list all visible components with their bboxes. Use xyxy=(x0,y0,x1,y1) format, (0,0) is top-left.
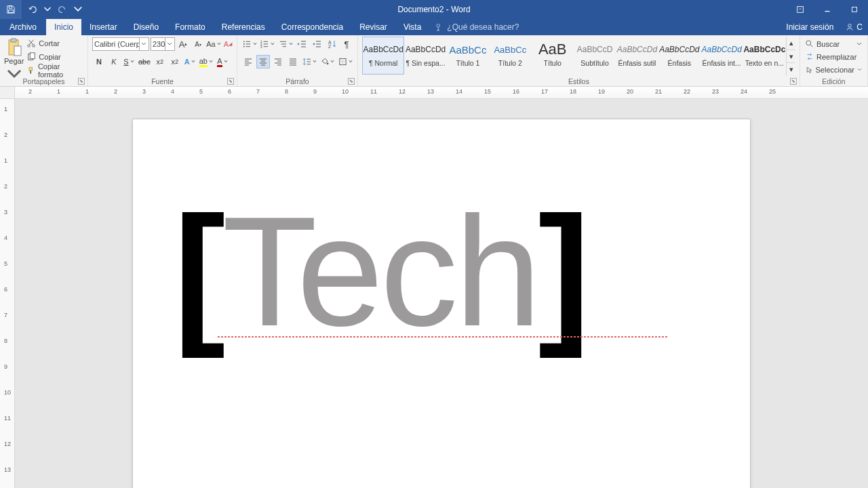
align-center-button[interactable] xyxy=(256,55,270,68)
clipboard-dialog-launcher[interactable]: ⬊ xyxy=(78,78,85,85)
maximize-button[interactable] xyxy=(841,0,868,19)
bullets-icon xyxy=(243,39,252,49)
borders-button[interactable] xyxy=(337,55,353,68)
main-text: Tech xyxy=(222,184,538,359)
shading-button[interactable] xyxy=(319,55,335,68)
signin-link[interactable]: Iniciar sesión xyxy=(779,19,840,35)
replace-button[interactable]: Reemplazar xyxy=(804,51,863,63)
tab-view[interactable]: Vista xyxy=(395,19,429,35)
redo-button[interactable] xyxy=(52,0,73,19)
styles-scroll[interactable]: ▴▾▾ xyxy=(786,37,795,76)
change-case-button[interactable]: Aa xyxy=(206,37,220,51)
numbering-button[interactable]: 123 xyxy=(259,37,275,51)
clear-formatting-button[interactable]: A◢ xyxy=(221,37,235,51)
bold-button[interactable]: N xyxy=(92,55,106,68)
document-text[interactable]: [Tech] xyxy=(174,194,709,350)
style--nfasis-sutil[interactable]: AaBbCcDdÉnfasis sutil xyxy=(616,37,658,75)
decrease-indent-button[interactable] xyxy=(295,37,309,51)
svg-point-19 xyxy=(243,43,245,45)
italic-button[interactable]: K xyxy=(107,55,121,68)
style-t-tulo-2[interactable]: AaBbCcTítulo 2 xyxy=(489,37,531,75)
font-name-combo[interactable]: Calibri (Cuerpo) xyxy=(92,37,149,51)
group-editing: Buscar Reemplazar Seleccionar Edición xyxy=(800,35,868,86)
bracket-close: ] xyxy=(538,184,587,359)
font-size-dropdown[interactable] xyxy=(165,38,173,50)
style-t-tulo[interactable]: AaBTítulo xyxy=(532,37,574,75)
tab-file[interactable]: Archivo xyxy=(0,19,46,35)
sort-button[interactable]: AZ xyxy=(325,37,338,51)
minimize-button[interactable] xyxy=(814,0,841,19)
font-dialog-launcher[interactable]: ⬊ xyxy=(227,78,234,85)
undo-button[interactable] xyxy=(22,0,43,19)
style---normal[interactable]: AaBbCcDd¶ Normal xyxy=(362,37,404,75)
subscript-button[interactable]: x2 xyxy=(153,55,167,68)
share-button[interactable]: C xyxy=(840,19,868,35)
text-effects-button[interactable]: A xyxy=(183,55,197,68)
svg-rect-11 xyxy=(14,46,21,56)
align-left-button[interactable] xyxy=(241,55,255,68)
tab-references[interactable]: Referencias xyxy=(214,19,273,35)
svg-rect-0 xyxy=(9,6,12,9)
strikethrough-button[interactable]: abc xyxy=(137,55,152,68)
document-area: 1212345678910111213 [Tech] xyxy=(0,99,868,488)
page-viewport[interactable]: [Tech] xyxy=(15,99,868,488)
paste-label: Pegar xyxy=(4,57,24,65)
bullets-button[interactable] xyxy=(241,37,258,51)
svg-line-64 xyxy=(810,45,812,47)
ribbon-options-button[interactable] xyxy=(787,0,814,19)
line-spacing-button[interactable] xyxy=(301,55,317,68)
window-title: Documento2 - Word xyxy=(397,5,470,14)
style--nfasis-int---[interactable]: AaBbCcDdÉnfasis int... xyxy=(701,37,743,75)
svg-point-21 xyxy=(243,46,245,47)
shrink-font-button[interactable]: A▾ xyxy=(191,37,205,51)
ruler-vertical[interactable]: 1212345678910111213 xyxy=(0,99,15,488)
tab-mailings[interactable]: Correspondencia xyxy=(273,19,351,35)
find-button[interactable]: Buscar xyxy=(804,38,863,50)
tell-me-search[interactable]: ¿Qué desea hacer? xyxy=(435,19,519,35)
style--nfasis[interactable]: AaBbCcDdÉnfasis xyxy=(658,37,701,75)
styles-down[interactable]: ▾ xyxy=(787,50,795,64)
page[interactable]: [Tech] xyxy=(133,119,750,488)
group-font: Calibri (Cuerpo) 230 A▴ A▾ Aa A◢ N K S a… xyxy=(88,35,237,86)
svg-point-13 xyxy=(33,45,35,47)
svg-rect-4 xyxy=(852,7,857,12)
ribbon-home: Pegar Cortar Copiar Copiar formato Porta… xyxy=(0,35,868,87)
grow-font-button[interactable]: A▴ xyxy=(176,37,190,51)
group-styles: AaBbCcDd¶ NormalAaBbCcDd¶ Sin espa...AaB… xyxy=(358,35,800,86)
styles-up[interactable]: ▴ xyxy=(787,37,795,50)
style-texto-en-n---[interactable]: AaBbCcDcTexto en n... xyxy=(743,37,786,75)
font-size-combo[interactable]: 230 xyxy=(151,37,175,51)
paragraph-dialog-launcher[interactable]: ⬊ xyxy=(348,78,355,85)
styles-dialog-launcher[interactable]: ⬊ xyxy=(790,78,797,85)
increase-indent-button[interactable] xyxy=(310,37,323,51)
highlight-button[interactable]: ab xyxy=(198,55,214,68)
superscript-button[interactable]: x2 xyxy=(168,55,182,68)
style-subt-tulo[interactable]: AaBbCcDSubtítulo xyxy=(574,37,616,75)
copy-button[interactable]: Copiar xyxy=(25,51,83,63)
underline-button[interactable]: S xyxy=(122,55,136,68)
justify-button[interactable] xyxy=(286,55,300,68)
format-painter-button[interactable]: Copiar formato xyxy=(25,64,83,77)
svg-rect-16 xyxy=(29,67,33,70)
undo-dropdown[interactable] xyxy=(43,0,52,19)
show-marks-button[interactable]: ¶ xyxy=(340,37,353,51)
group-paragraph: 123 AZ ¶ Párrafo ⬊ xyxy=(237,35,358,86)
save-button[interactable] xyxy=(0,0,22,19)
ruler-horizontal[interactable]: 2112345678910111213141516171819202122232… xyxy=(0,87,868,99)
cut-button[interactable]: Cortar xyxy=(25,37,83,49)
tab-layout[interactable]: Formato xyxy=(167,19,214,35)
tab-design[interactable]: Diseño xyxy=(125,19,167,35)
tab-insert[interactable]: Insertar xyxy=(81,19,125,35)
select-button[interactable]: Seleccionar xyxy=(804,64,863,76)
style---sin-espa---[interactable]: AaBbCcDd¶ Sin espa... xyxy=(404,37,446,75)
font-name-dropdown[interactable] xyxy=(139,38,147,50)
tab-home[interactable]: Inicio xyxy=(46,19,81,35)
tab-review[interactable]: Revisar xyxy=(351,19,395,35)
outdent-icon xyxy=(297,39,307,49)
style-t-tulo-1[interactable]: AaBbCcTítulo 1 xyxy=(447,37,489,75)
font-color-button[interactable]: A xyxy=(216,55,229,68)
multilevel-button[interactable] xyxy=(277,37,294,51)
qat-customize[interactable] xyxy=(73,0,83,19)
align-right-button[interactable] xyxy=(271,55,285,68)
styles-more[interactable]: ▾ xyxy=(787,63,795,76)
